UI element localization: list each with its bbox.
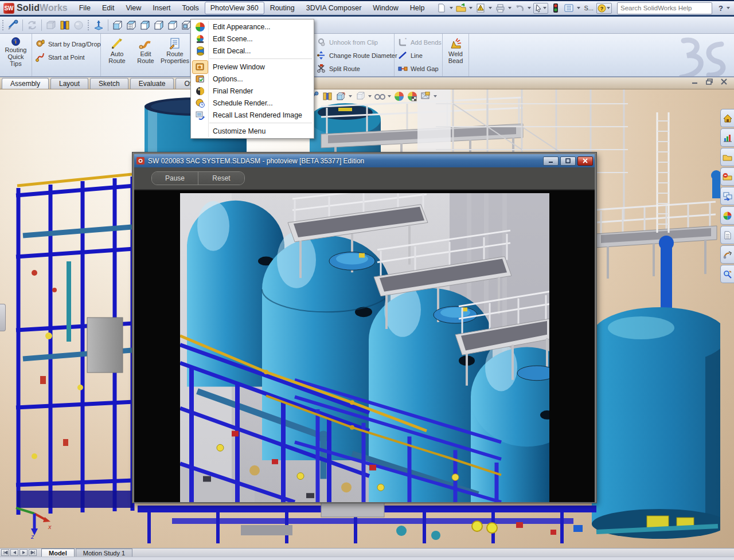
line-button[interactable]: Line bbox=[395, 49, 442, 62]
task-pane-routing-library-tab[interactable] bbox=[720, 245, 734, 264]
tab-assembly[interactable]: Assembly bbox=[2, 78, 49, 89]
view-top-icon[interactable] bbox=[166, 19, 179, 32]
select-tool-caret[interactable] bbox=[543, 7, 546, 9]
tab-scroll-last-button[interactable] bbox=[29, 549, 37, 556]
open-button[interactable] bbox=[455, 2, 467, 14]
add-bends-button[interactable]: * Add Bends bbox=[395, 36, 442, 49]
menu-window[interactable]: Window bbox=[367, 2, 404, 14]
reset-button[interactable]: Reset bbox=[198, 172, 244, 185]
photoview-preview-window[interactable]: SW 020083 SAC SYSTEM.SLDASM - photoview … bbox=[132, 152, 596, 503]
open-caret[interactable] bbox=[469, 7, 473, 9]
display-style-caret[interactable] bbox=[368, 95, 372, 97]
menu-item-edit-scene[interactable]: Edit Scene... bbox=[191, 33, 314, 45]
menu-item-final-render[interactable]: Final Render bbox=[191, 85, 314, 97]
tab-scroll-prev-button[interactable] bbox=[10, 549, 18, 556]
interference-lights-icon[interactable] bbox=[550, 2, 561, 14]
view-front-icon[interactable] bbox=[111, 19, 124, 32]
doc-close-button[interactable] bbox=[721, 79, 727, 85]
view-back-icon[interactable] bbox=[125, 19, 138, 32]
rebuild-caret[interactable] bbox=[489, 7, 492, 9]
menu-edit[interactable]: Edit bbox=[96, 2, 120, 14]
toolbar-grip[interactable] bbox=[2, 19, 5, 31]
sphere-icon[interactable] bbox=[72, 19, 85, 32]
menu-insert[interactable]: Insert bbox=[147, 2, 176, 14]
search-input[interactable] bbox=[619, 4, 710, 12]
menu-item-schedule-render[interactable]: Schedule Render... bbox=[191, 97, 314, 109]
menu-routing[interactable]: Routing bbox=[264, 2, 300, 14]
menu-item-customize-menu[interactable]: Customize Menu bbox=[191, 125, 314, 137]
menu-item-preview-window[interactable]: Preview Window bbox=[191, 61, 314, 73]
menu-tools[interactable]: Tools bbox=[177, 2, 205, 14]
display-style-icon[interactable] bbox=[354, 91, 366, 102]
menu-help[interactable]: Help bbox=[404, 2, 431, 14]
undo-caret[interactable] bbox=[528, 7, 531, 9]
pause-button[interactable]: Pause bbox=[152, 172, 198, 185]
tab-scroll-first-button[interactable] bbox=[1, 549, 9, 556]
task-pane-view-palette-tab[interactable] bbox=[720, 187, 734, 205]
apply-scene-icon[interactable] bbox=[407, 91, 418, 102]
panel-collapse-handle[interactable] bbox=[0, 304, 6, 331]
measure-tool-icon[interactable] bbox=[7, 19, 19, 32]
task-pane-custom-properties-tab[interactable] bbox=[720, 226, 734, 244]
auto-route-button[interactable]: Auto Route bbox=[104, 34, 130, 76]
routing-quick-tips-button[interactable]: i Routing Quick Tips bbox=[0, 34, 32, 76]
view-orientation-icon[interactable] bbox=[335, 91, 346, 102]
curtain-icon[interactable] bbox=[58, 19, 71, 32]
weld-gap-button[interactable]: Weld Gap bbox=[395, 62, 442, 75]
render-preview-icon[interactable] bbox=[420, 91, 431, 102]
search-box[interactable] bbox=[617, 2, 712, 14]
task-pane-design-library-tab[interactable] bbox=[720, 148, 734, 166]
help-caret[interactable] bbox=[727, 7, 730, 9]
motion-study-tab[interactable]: Motion Study 1 bbox=[76, 549, 132, 557]
toolbar-grip[interactable] bbox=[87, 19, 90, 31]
preview-maximize-button[interactable] bbox=[560, 156, 576, 166]
change-route-diameter-button[interactable]: Change Route Diameter bbox=[313, 49, 394, 62]
tab-scroll-next-button[interactable] bbox=[19, 549, 28, 556]
hide-show-caret[interactable] bbox=[388, 95, 391, 97]
task-pane-home-tab[interactable] bbox=[720, 109, 734, 127]
shaded-cube-icon[interactable] bbox=[45, 19, 57, 32]
toolbar-overflow-text[interactable]: S... bbox=[584, 5, 594, 11]
task-pane-search-tab[interactable] bbox=[720, 265, 734, 283]
preview-title-bar[interactable]: SW 020083 SAC SYSTEM.SLDASM - photoview … bbox=[134, 154, 595, 167]
help-glyph[interactable]: ? bbox=[719, 4, 723, 13]
view-left-icon[interactable] bbox=[139, 19, 151, 32]
tab-evaluate[interactable]: Evaluate bbox=[130, 78, 174, 89]
start-at-point-button[interactable]: Start at Point bbox=[32, 50, 100, 64]
normal-to-icon[interactable] bbox=[92, 19, 105, 32]
doc-minimize-button[interactable] bbox=[692, 79, 698, 85]
print-caret[interactable] bbox=[508, 7, 512, 9]
split-route-button[interactable]: Split Route bbox=[313, 62, 394, 75]
menu-item-edit-decal[interactable]: Edit Decal... bbox=[191, 45, 314, 57]
print-button[interactable] bbox=[494, 2, 506, 14]
menu-item-recall-last-rendered-image[interactable]: Recall Last Rendered Image bbox=[191, 109, 314, 121]
help-balloon-caret[interactable] bbox=[607, 7, 610, 9]
options-list-button[interactable] bbox=[563, 2, 575, 14]
undo-button[interactable] bbox=[514, 2, 525, 14]
tab-layout[interactable]: Layout bbox=[50, 78, 88, 89]
menu-file[interactable]: File bbox=[73, 2, 96, 14]
task-pane-appearances-tab[interactable] bbox=[720, 206, 734, 225]
edit-route-button[interactable]: Edit Route bbox=[133, 34, 158, 76]
new-document-caret[interactable] bbox=[450, 7, 453, 9]
unhook-from-clip-button[interactable]: Unhook from Clip bbox=[313, 36, 394, 49]
appearances-icon[interactable] bbox=[393, 91, 405, 102]
new-document-button[interactable] bbox=[436, 2, 447, 14]
route-properties-button[interactable]: Route Properties bbox=[161, 34, 189, 76]
preview-minimize-button[interactable] bbox=[543, 156, 559, 166]
rebuild-button[interactable]: ! bbox=[475, 2, 486, 14]
view-orientation-caret[interactable] bbox=[349, 95, 352, 97]
refresh-icon[interactable] bbox=[26, 19, 38, 32]
weld-bead-button[interactable]: Weld Bead bbox=[443, 34, 468, 76]
menu-3dvia-composer[interactable]: 3DVIA Composer bbox=[300, 2, 368, 14]
select-tool-button[interactable] bbox=[533, 3, 548, 14]
help-balloon-button[interactable]: ? bbox=[596, 3, 612, 14]
doc-restore-button[interactable] bbox=[706, 79, 713, 85]
options-list-caret[interactable] bbox=[577, 7, 580, 9]
menu-item-options[interactable]: Options... bbox=[191, 73, 314, 85]
menu-photoview-360[interactable]: PhotoView 360 bbox=[205, 2, 264, 14]
hide-show-items-icon[interactable] bbox=[374, 91, 385, 102]
menu-view[interactable]: View bbox=[120, 2, 147, 14]
section-view-icon[interactable] bbox=[322, 91, 333, 102]
task-pane-file-explorer-tab[interactable] bbox=[720, 167, 734, 186]
